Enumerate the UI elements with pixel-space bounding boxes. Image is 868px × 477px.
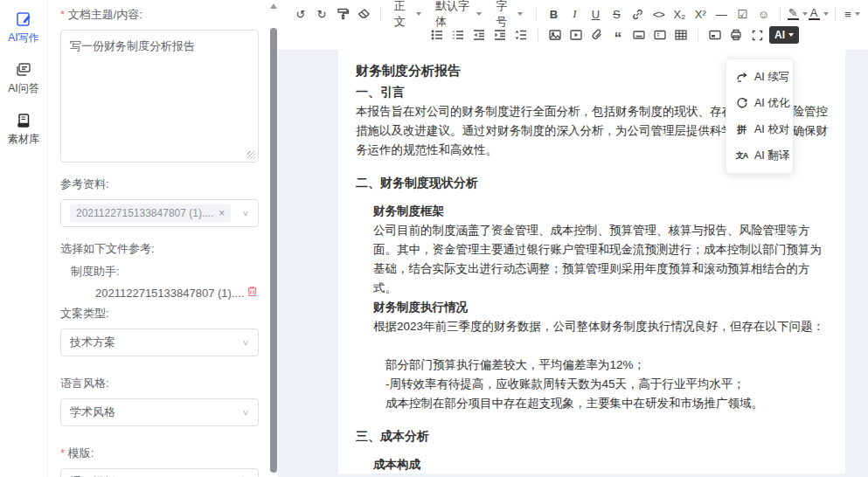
proofread-icon: 拼: [735, 123, 748, 136]
trash-icon[interactable]: [246, 285, 259, 301]
sidebar-item-ai-qa[interactable]: AI问答: [8, 61, 38, 96]
subscript-button[interactable]: X₂: [669, 4, 690, 24]
font-size-dropdown[interactable]: 字号: [489, 4, 530, 24]
doc-paragraph: 根据2023年前三季度的财务数据，公司整体财务制度执行情况良好，但存在以下问题：: [373, 317, 828, 336]
file-ref-label: 选择如下文件参考:: [60, 241, 259, 257]
ai-dropdown-menu: AI 续写 AI 优化 拼 AI 校对 文A AI 翻译: [726, 59, 794, 174]
format-painter-button[interactable]: [332, 4, 353, 24]
chevron-down-icon: ∨: [242, 338, 249, 347]
checkbox-button[interactable]: ☑: [732, 4, 753, 24]
copy-type-label: 文案类型:: [60, 306, 259, 321]
doc-subheading: 财务制度执行情况: [373, 298, 828, 317]
caret-down-icon: [802, 12, 808, 16]
optimize-icon: [735, 97, 748, 109]
underline-button[interactable]: U: [585, 4, 606, 24]
doc-subheading: 财务制度框架: [373, 202, 828, 221]
clear-format-eraser-button[interactable]: [353, 4, 374, 24]
doc-subheading: 成本构成: [373, 455, 828, 474]
reference-label: 参考资料:: [60, 176, 259, 192]
indent-button[interactable]: [490, 25, 510, 45]
side-panel-button[interactable]: [705, 25, 726, 45]
sidebar-item-ai-write[interactable]: AI写作: [8, 10, 38, 45]
copy-type-value: 技术方案: [70, 335, 237, 350]
topic-label: 文档主题/内容:: [60, 7, 259, 23]
divider-button[interactable]: [628, 25, 649, 45]
strikethrough-button[interactable]: S: [606, 4, 627, 24]
tag-close-icon[interactable]: ×: [219, 207, 225, 219]
link-button[interactable]: [627, 4, 648, 24]
style-select[interactable]: 学术风格 ∨: [60, 398, 259, 426]
doc-heading: 三、成本分析: [356, 425, 828, 446]
copy-type-select[interactable]: 技术方案 ∨: [60, 328, 259, 356]
font-color-dropdown[interactable]: A: [808, 4, 829, 24]
sidebar-item-label: 素材库: [8, 132, 39, 147]
chevron-down-icon: ∨: [242, 209, 249, 218]
style-label: 语言风格:: [60, 376, 259, 391]
write-icon: [15, 10, 32, 28]
caret-down-icon: [823, 12, 829, 16]
caret-down-icon: [517, 12, 523, 16]
caret-down-icon: [476, 12, 482, 16]
toolbar-row-2: “: [290, 24, 863, 45]
caret-down-icon: [416, 12, 421, 16]
bullet-list-button[interactable]: [427, 25, 448, 45]
print-button[interactable]: [726, 25, 746, 45]
template-label: 模版:: [60, 446, 259, 461]
inline-code-button[interactable]: <>: [648, 4, 669, 24]
ai-tools-dropdown[interactable]: AI: [769, 26, 799, 44]
caret-down-icon: [855, 12, 860, 16]
assistant-label: 制度助手:: [71, 264, 259, 280]
chevron-down-icon: ∨: [242, 408, 249, 417]
toolbar-row-1: ↺ ↻ 正文 默认字体 字号 B: [290, 3, 863, 24]
menu-item-ai-continue[interactable]: AI 续写: [726, 64, 793, 90]
translate-icon: 文A: [735, 150, 748, 162]
highlight-pen-dropdown[interactable]: ✎: [787, 4, 808, 24]
sidebar-item-label: AI问答: [8, 81, 38, 96]
insert-image-button[interactable]: [545, 25, 566, 45]
reference-tag: 2021122715133847807 (1).... ×: [70, 204, 231, 222]
paragraph-style-dropdown[interactable]: 正文: [387, 4, 428, 24]
emoji-button[interactable]: ☺: [753, 4, 774, 24]
doc-heading: 二、财务制度现状分析: [356, 172, 828, 193]
library-icon: [15, 112, 32, 129]
fullscreen-button[interactable]: [746, 25, 767, 45]
doc-list-line: 部分部门预算执行偏差较大，平均偏差率为12%；: [385, 356, 828, 375]
font-family-dropdown[interactable]: 默认字体: [428, 4, 489, 24]
doc-list-line: -周转效率有待提高，应收账款周转天数为45天，高于行业平均水平；: [385, 375, 828, 394]
editor-canvas: 财务制度分析报告 一、引言 本报告旨在对公司的财务制度进行全面分析，包括财务制度…: [278, 50, 868, 477]
bold-button[interactable]: B: [543, 4, 564, 24]
reference-select[interactable]: 2021122715133847807 (1).... × ∨: [60, 199, 259, 227]
menu-item-ai-translate[interactable]: 文A AI 翻译: [726, 142, 793, 169]
ordered-list-button[interactable]: [448, 25, 469, 45]
blockquote-button[interactable]: “: [608, 25, 628, 45]
code-block-button[interactable]: [649, 25, 670, 45]
insert-video-button[interactable]: [566, 25, 587, 45]
undo-button[interactable]: ↺: [290, 4, 311, 24]
menu-item-ai-proofread[interactable]: 拼 AI 校对: [726, 116, 793, 142]
scrollbar-thumb[interactable]: [270, 28, 277, 473]
doc-paragraph: 公司目前的制度涵盖了资金管理、成本控制、预算管理、核算与报告、风险管理等方面。其…: [373, 221, 828, 298]
scroll-up-arrow-icon[interactable]: [270, 3, 277, 9]
nav-rail: AI写作 AI问答 素材库: [0, 0, 48, 477]
horizontal-rule-button[interactable]: —: [711, 4, 732, 24]
style-value: 学术风格: [70, 404, 237, 420]
superscript-button[interactable]: X²: [690, 4, 711, 24]
resize-grip[interactable]: [247, 151, 255, 159]
topic-value: 写一份财务制度分析报告: [70, 39, 195, 52]
outdent-button[interactable]: [469, 25, 490, 45]
attachment-button[interactable]: [587, 25, 608, 45]
reference-tag-text: 2021122715133847807 (1)....: [76, 207, 213, 219]
align-dropdown[interactable]: ≡: [842, 4, 863, 24]
insert-table-button[interactable]: [670, 25, 691, 45]
topic-textarea[interactable]: 写一份财务制度分析报告: [60, 30, 259, 162]
doc-list-line: 成本控制在部分项目中存在超支现象，主要集中在研发和市场推广领域。: [385, 394, 828, 413]
italic-button[interactable]: I: [564, 4, 585, 24]
sidebar-item-library[interactable]: 素材库: [8, 112, 39, 147]
sidebar-item-label: AI写作: [8, 31, 38, 45]
redo-button[interactable]: ↻: [311, 4, 332, 24]
menu-item-ai-optimize[interactable]: AI 优化: [726, 90, 793, 116]
chat-icon: [15, 61, 32, 79]
panel-scrollbar: [269, 0, 278, 477]
template-select[interactable]: 通用模板 ∨: [60, 468, 259, 477]
line-spacing-button[interactable]: [510, 25, 531, 45]
